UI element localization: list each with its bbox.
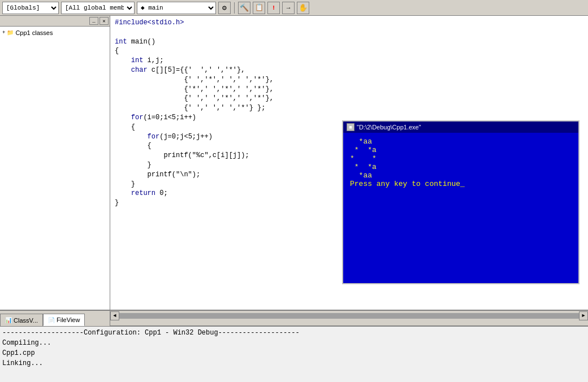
- globals-select[interactable]: [Globals]: [2, 2, 59, 14]
- console-window: ■ "D:\2\Debug\Cpp1.exe" *aa * *a * * * *…: [342, 120, 580, 284]
- console-content: *aa * *a * * * *a *aa Press any key to c…: [343, 133, 578, 283]
- scroll-right-btn[interactable]: ►: [579, 311, 588, 320]
- tab-fileview[interactable]: 📄 FileView: [43, 314, 85, 326]
- fileview-icon: 📄: [48, 317, 55, 323]
- tab-classview[interactable]: 📊 ClassV...: [0, 314, 43, 326]
- sidebar: _ ✕ + 📁 Cpp1 classes: [0, 16, 110, 310]
- output-line-3: Cpp1.cpp: [2, 348, 586, 358]
- main-area: _ ✕ + 📁 Cpp1 classes #include<stdio.h> i…: [0, 16, 588, 310]
- console-titlebar: ■ "D:\2\Debug\Cpp1.exe": [343, 121, 578, 133]
- build2-btn[interactable]: 📋: [253, 2, 265, 14]
- code-scrollbar: ◄ ►: [110, 310, 588, 320]
- output-line-1: --------------------Configuration: Cpp1 …: [2, 328, 586, 338]
- sidebar-header: _ ✕: [0, 16, 110, 27]
- tree-root-item[interactable]: + 📁 Cpp1 classes: [2, 29, 107, 37]
- hand-btn[interactable]: ✋: [297, 2, 309, 14]
- sidebar-minimize-btn[interactable]: _: [89, 17, 98, 25]
- stop-btn[interactable]: !: [267, 2, 280, 14]
- console-title: "D:\2\Debug\Cpp1.exe": [357, 124, 421, 131]
- tab-fileview-label: FileView: [57, 316, 80, 323]
- step-btn[interactable]: →: [282, 2, 295, 14]
- tab-classview-label: ClassV...: [14, 317, 38, 324]
- expand-icon: +: [2, 30, 5, 36]
- output-line-4: Linking...: [2, 358, 586, 368]
- console-title-icon: ■: [347, 123, 354, 131]
- output-panel: --------------------Configuration: Cpp1 …: [0, 325, 588, 382]
- classview-icon: 📊: [5, 317, 12, 323]
- file-select[interactable]: ◆ main: [137, 2, 216, 14]
- toolbar-btn-1[interactable]: ⚙: [218, 2, 231, 14]
- toolbar-separator-1: [234, 2, 235, 14]
- sidebar-tab-row: 📊 ClassV... 📄 FileView ◄ ►: [0, 310, 588, 325]
- sidebar-tabs: 📊 ClassV... 📄 FileView: [0, 310, 110, 326]
- tree-root-label: Cpp1 classes: [15, 29, 53, 36]
- sidebar-close-btn[interactable]: ✕: [100, 17, 109, 25]
- folder-icon: 📁: [7, 29, 14, 36]
- toolbar: [Globals] [All global member ◆ main ⚙ 🔨 …: [0, 0, 588, 16]
- output-line-2: Compiling...: [2, 338, 586, 348]
- members-select[interactable]: [All global member: [61, 2, 135, 14]
- sidebar-tree: + 📁 Cpp1 classes: [0, 27, 110, 39]
- scroll-left-btn[interactable]: ◄: [110, 311, 119, 320]
- console-prompt: Press any key to continue_: [350, 180, 465, 188]
- scroll-track[interactable]: [119, 313, 579, 319]
- build-btn[interactable]: 🔨: [238, 2, 250, 14]
